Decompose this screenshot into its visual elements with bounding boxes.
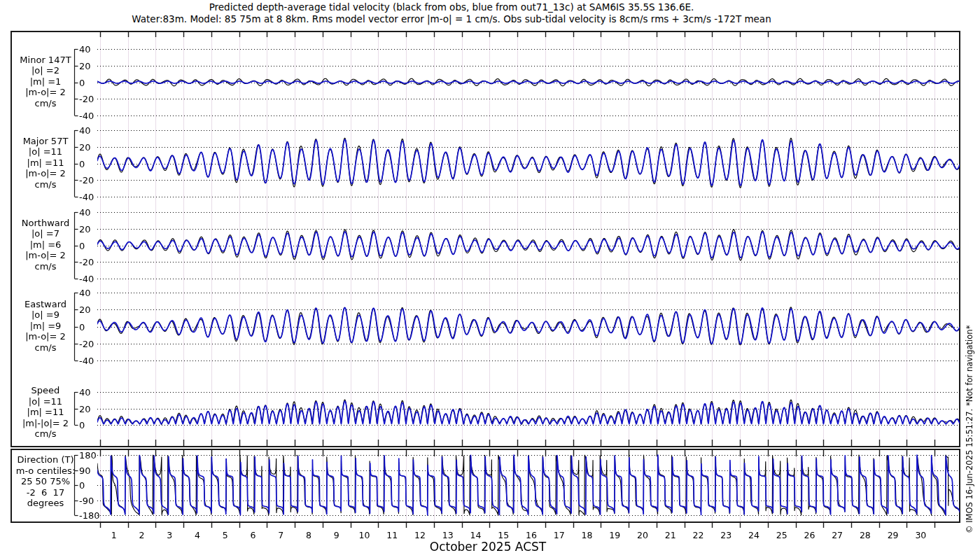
x-tick-day-label: 23 xyxy=(720,530,732,540)
copyright-watermark: © IMOS 16-Jun-2025 15:51:27. *Not for na… xyxy=(965,326,974,533)
ytick-label-northward: -20 xyxy=(79,257,94,267)
x-tick-day-label: 19 xyxy=(609,530,620,540)
ytick-label-minor: 0 xyxy=(79,77,85,88)
panel-label-northward: Northward |o| =7 |m| =6 |m-o|= 2 cm/s xyxy=(3,218,88,272)
panel-label-minor: Minor 147T |o| =2 |m| =1 |m-o|= 2 cm/s xyxy=(3,55,88,109)
ytick-label-northward: 0 xyxy=(79,240,85,251)
ytick-label-direction: 90 xyxy=(79,465,91,475)
x-tick-day-label: 12 xyxy=(414,530,426,540)
x-tick-day-label: 25 xyxy=(776,530,788,540)
x-tick-day-label: 24 xyxy=(748,530,760,540)
ytick-label-speed: 20 xyxy=(79,403,91,414)
x-tick-day-label: 14 xyxy=(470,530,482,540)
panel-label-eastward: Eastward |o| =9 |m| =9 |m-o|= 2 cm/s xyxy=(3,299,88,354)
x-tick-day-label: 5 xyxy=(223,530,228,540)
x-tick-day-label: 6 xyxy=(251,530,256,540)
x-tick-day-label: 9 xyxy=(334,530,340,540)
ytick-label-major: 0 xyxy=(79,158,85,169)
ytick-label-minor: 20 xyxy=(79,60,91,71)
x-tick-day-label: 13 xyxy=(442,530,454,540)
ytick-label-northward: 40 xyxy=(79,207,91,218)
ytick-label-major: -40 xyxy=(79,192,94,202)
panel-label-speed: Speed |o| =11 |m| =11 |m|-|o|= 2 cm/s xyxy=(3,385,88,440)
ytick-label-northward: 20 xyxy=(79,223,91,234)
ytick-label-eastward: 20 xyxy=(79,304,91,315)
ytick-label-direction: -90 xyxy=(79,495,94,505)
x-axis-label: October 2025 ACST xyxy=(0,540,976,554)
ytick-label-speed: 40 xyxy=(79,387,91,398)
x-tick-day-label: 4 xyxy=(195,530,200,540)
x-tick-day-label: 7 xyxy=(278,530,284,540)
x-tick-day-label: 15 xyxy=(498,530,509,540)
ytick-label-minor: -20 xyxy=(79,94,94,104)
x-tick-day-label: 27 xyxy=(832,530,843,540)
ytick-label-minor: 40 xyxy=(79,44,91,55)
ytick-label-speed: 0 xyxy=(79,420,85,430)
ytick-label-eastward: -40 xyxy=(79,356,94,366)
x-tick-day-label: 20 xyxy=(637,530,648,540)
x-tick-day-label: 17 xyxy=(554,530,565,540)
ytick-label-eastward: -20 xyxy=(79,338,94,349)
x-tick-day-label: 18 xyxy=(582,530,593,540)
tidal-velocity-plot-page: Predicted depth-average tidal velocity (… xyxy=(0,0,980,560)
x-tick-day-label: 26 xyxy=(804,530,815,540)
ytick-label-direction: 0 xyxy=(79,480,85,491)
ytick-label-minor: -40 xyxy=(79,111,94,121)
x-tick-day-label: 16 xyxy=(526,530,537,540)
x-tick-day-label: 30 xyxy=(915,530,926,540)
x-tick-day-label: 10 xyxy=(359,530,370,540)
ytick-label-major: 20 xyxy=(79,141,91,152)
x-tick-day-label: 2 xyxy=(139,530,145,540)
ytick-label-northward: -40 xyxy=(79,274,94,284)
panel-label-major: Major 57T |o| =11 |m| =11 |m-o|= 2 cm/s xyxy=(3,136,88,190)
x-tick-day-label: 3 xyxy=(167,530,172,540)
ytick-label-eastward: 40 xyxy=(79,288,91,298)
ytick-label-direction: -180 xyxy=(79,510,100,521)
chart-canvas xyxy=(0,0,980,560)
x-tick-day-label: 29 xyxy=(888,530,899,540)
ytick-label-major: -20 xyxy=(79,175,94,186)
x-tick-day-label: 1 xyxy=(111,530,117,540)
x-tick-day-label: 11 xyxy=(386,530,398,540)
ytick-label-eastward: 0 xyxy=(79,321,85,332)
ytick-label-direction: 180 xyxy=(79,450,97,461)
x-tick-day-label: 22 xyxy=(692,530,704,540)
x-tick-day-label: 21 xyxy=(665,530,676,540)
x-tick-day-label: 28 xyxy=(860,530,871,540)
panel-label-direction: Direction (T) m-o centiles: 25 50 75% -2… xyxy=(3,454,88,509)
ytick-label-major: 40 xyxy=(79,125,91,136)
x-tick-day-label: 8 xyxy=(306,530,312,540)
